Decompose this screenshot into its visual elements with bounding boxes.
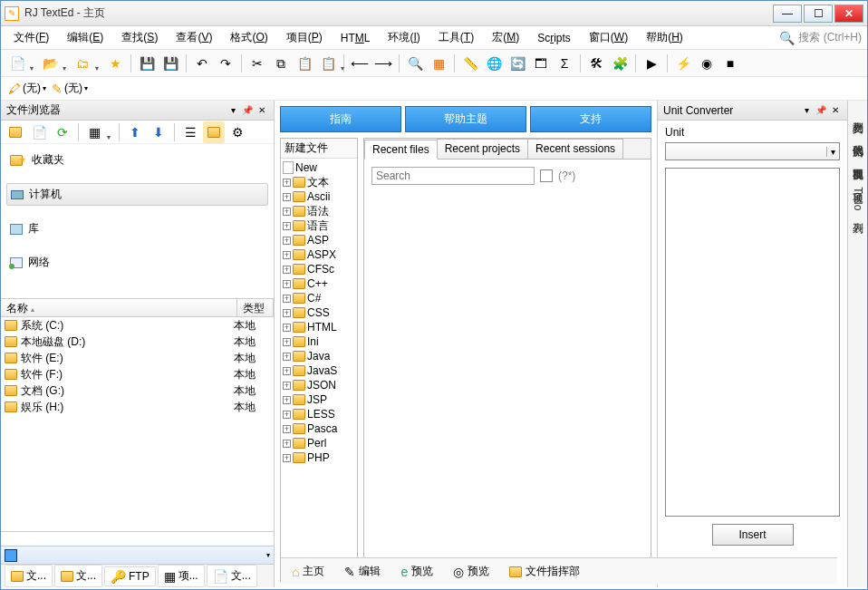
newfile-item[interactable]: +Ini	[283, 334, 355, 349]
open-folder-button[interactable]: 🗂	[72, 53, 93, 74]
fb-newfile-button[interactable]: 📄	[28, 121, 50, 143]
tab-support[interactable]: 支持	[530, 106, 651, 132]
zoom-button[interactable]: 🔍	[404, 53, 426, 74]
sigma-button[interactable]: Σ	[554, 53, 575, 74]
newfile-item[interactable]: +Ascii	[283, 189, 355, 204]
drive-row[interactable]: 本地磁盘 (D:)本地	[1, 334, 274, 350]
newfile-item[interactable]: +语法	[283, 204, 355, 218]
fb-newfolder-button[interactable]	[5, 121, 26, 143]
unit-list-box[interactable]	[665, 168, 840, 517]
newfile-item[interactable]: +Pasca	[283, 421, 355, 436]
regex-checkbox[interactable]	[540, 169, 553, 182]
newfile-item[interactable]: +ASP	[283, 233, 355, 247]
fb-refresh-button[interactable]: ⟳	[52, 121, 73, 143]
panel-close-button[interactable]: ✕	[256, 104, 268, 117]
newfile-item[interactable]: +JSON	[283, 378, 355, 392]
newfile-item[interactable]: +C#	[283, 291, 355, 305]
tab-recent-projects[interactable]: Recent projects	[437, 139, 528, 159]
side-tab[interactable]: 项目类视图	[848, 155, 867, 166]
expand-icon[interactable]: +	[283, 222, 291, 230]
tab-guide[interactable]: 指南	[280, 106, 401, 132]
menu-Scripts[interactable]: Scripts	[530, 29, 578, 47]
nav-back-button[interactable]: ⟵	[349, 53, 371, 74]
newfile-item[interactable]: +文本	[283, 175, 355, 189]
col-name[interactable]: 名称 ▴	[1, 299, 237, 316]
newfile-item[interactable]: +LESS	[283, 407, 355, 421]
globe-button[interactable]: 🌐	[483, 53, 505, 74]
expand-icon[interactable]: +	[283, 382, 291, 390]
redo-button[interactable]: ↷	[215, 53, 236, 74]
menu-帮助[interactable]: 帮助(H)	[639, 27, 690, 48]
minimize-button[interactable]: —	[773, 5, 802, 23]
expand-icon[interactable]: +	[283, 454, 291, 462]
expand-icon[interactable]: +	[283, 440, 291, 448]
close-button[interactable]: ✕	[834, 5, 863, 23]
save-all-button[interactable]: 💾	[159, 53, 181, 74]
expand-icon[interactable]: +	[283, 367, 291, 375]
newfile-item[interactable]: +PHP	[283, 450, 355, 465]
recent-search-input[interactable]	[371, 167, 535, 185]
bottom-tab-home[interactable]: ⌂主页	[285, 561, 332, 582]
stop-button[interactable]: ■	[719, 53, 741, 74]
file-list-hscroll[interactable]	[1, 531, 274, 546]
panel-pin-button[interactable]: 📌	[241, 104, 254, 117]
tools-button[interactable]: 🛠	[585, 53, 607, 74]
bottom-tab-edit[interactable]: ✎编辑	[337, 561, 388, 582]
undo-button[interactable]: ↶	[191, 53, 213, 74]
menu-环境[interactable]: 环境(I)	[381, 27, 427, 48]
tree-library[interactable]: 库	[6, 218, 268, 239]
expand-icon[interactable]: +	[283, 396, 291, 404]
col-type[interactable]: 类型	[237, 299, 274, 316]
paste-button[interactable]: 📋	[294, 53, 315, 74]
path-dropdown-icon[interactable]: ▾	[266, 551, 270, 559]
drive-row[interactable]: 文档 (G:)本地	[1, 382, 274, 399]
uc-pin-button[interactable]: 📌	[815, 104, 827, 117]
side-tab[interactable]: 文档列表	[848, 108, 867, 119]
newfile-item[interactable]: +HTML	[283, 320, 355, 334]
nav-fwd-button[interactable]: ⟶	[372, 53, 394, 74]
pencil-dropdown[interactable]: ✎(无)▾	[52, 81, 88, 96]
search-placeholder-text[interactable]: 搜索 (Ctrl+H)	[798, 30, 862, 45]
expand-icon[interactable]: +	[283, 237, 291, 245]
menu-查看[interactable]: 查看(V)	[169, 27, 219, 48]
left-tab-ftp[interactable]: 🔑FTP	[104, 566, 156, 586]
newfile-item[interactable]: +JavaS	[283, 363, 355, 378]
fb-list-button[interactable]: ☰	[179, 121, 201, 143]
newfile-item[interactable]: +语言	[283, 218, 355, 233]
tree-computer[interactable]: 计算机	[6, 183, 268, 206]
drive-row[interactable]: 娱乐 (H:)本地	[1, 399, 274, 415]
side-tab[interactable]: 代码浏览器	[848, 131, 867, 142]
menu-宏[interactable]: 宏(M)	[485, 27, 526, 48]
menu-工具[interactable]: 工具(T)	[431, 27, 481, 48]
paste-special-button[interactable]: 📋	[317, 53, 339, 74]
ruler-button[interactable]: 📏	[459, 53, 481, 74]
expand-icon[interactable]: +	[283, 208, 291, 216]
copy-button[interactable]: ⧉	[270, 53, 292, 74]
save-button[interactable]: 💾	[136, 53, 158, 74]
fb-up-button[interactable]: ⬆	[124, 121, 146, 143]
menu-格式[interactable]: 格式(O)	[223, 27, 275, 48]
uc-close-button[interactable]: ✕	[829, 104, 842, 117]
open-file-button[interactable]: 📂	[39, 53, 61, 74]
fb-view-button[interactable]: ▦	[83, 121, 105, 143]
expand-icon[interactable]: +	[283, 295, 291, 303]
expand-icon[interactable]: +	[283, 266, 291, 274]
menu-窗口[interactable]: 窗口(W)	[582, 27, 635, 48]
left-tab-files2[interactable]: 文...	[54, 565, 102, 587]
expand-icon[interactable]: +	[283, 324, 291, 332]
fb-tree-button[interactable]	[203, 121, 225, 143]
left-tab-project[interactable]: ▦项...	[158, 565, 205, 587]
panel-menu-button[interactable]: ▾	[227, 104, 239, 117]
newfile-item[interactable]: +Perl	[283, 436, 355, 450]
expand-icon[interactable]: +	[283, 411, 291, 419]
menu-HTML[interactable]: HTML	[333, 29, 378, 47]
maximize-button[interactable]: ☐	[804, 5, 833, 23]
highlighter-dropdown[interactable]: 🖍(无)▾	[8, 81, 46, 96]
run-button[interactable]: ▶	[641, 53, 662, 74]
newfile-item[interactable]: +CFSc	[283, 262, 355, 276]
fb-settings-button[interactable]: ⚙	[227, 121, 248, 143]
expand-icon[interactable]: +	[283, 425, 291, 433]
newfile-item[interactable]: +ASPX	[283, 247, 355, 262]
expand-icon[interactable]: +	[283, 338, 291, 346]
menu-文件[interactable]: 文件(F)	[6, 27, 56, 48]
